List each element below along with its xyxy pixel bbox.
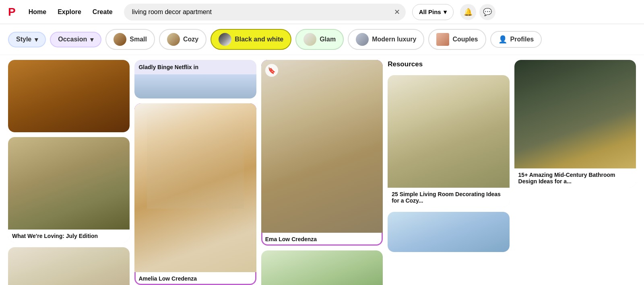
pin-label-amelia: Amelia Low Credenza [134, 272, 256, 285]
pins-grid: What We're Loving: July Edition Gladly B… [0, 55, 644, 285]
filter-occasion-label: Occasion [58, 36, 87, 43]
filter-profiles[interactable]: 👤 Profiles [490, 31, 542, 48]
pin-label: What We're Loving: July Edition [8, 230, 130, 242]
nav-home[interactable]: Home [24, 5, 51, 19]
message-icon: 💬 [483, 8, 492, 16]
pin-label-mid-century: 15+ Amazing Mid-Century Bathroom Design … [514, 168, 636, 188]
pin-card[interactable] [8, 247, 130, 285]
filter-cozy-thumbnail [167, 33, 180, 46]
filter-glam-thumbnail [303, 33, 316, 46]
filter-occasion[interactable]: Occasion ▾ [50, 32, 101, 47]
filter-couples-thumbnail [436, 33, 449, 46]
filter-occasion-chevron-icon: ▾ [90, 36, 93, 43]
filter-style-chevron-icon: ▾ [35, 36, 38, 43]
filter-cozy-label: Cozy [183, 36, 198, 43]
all-pins-label: All Pins [419, 8, 441, 15]
pin-bookmark-icon[interactable]: 🔖 [265, 64, 278, 77]
header-icons: 🔔 💬 [460, 4, 495, 20]
pin-card[interactable] [8, 60, 130, 132]
notification-icon: 🔔 [464, 8, 473, 16]
filter-glam[interactable]: Glam [295, 29, 344, 50]
pin-card[interactable]: What We're Loving: July Edition [8, 137, 130, 242]
filter-couples[interactable]: Couples [428, 29, 486, 50]
pin-card-mid-century[interactable]: 15+ Amazing Mid-Century Bathroom Design … [514, 60, 636, 188]
pin-card-amelia[interactable]: Amelia Low Credenza [134, 103, 256, 285]
pin-card-full-list-img[interactable] [261, 250, 383, 285]
filter-small-label: Small [130, 36, 147, 43]
profiles-person-icon: 👤 [498, 35, 507, 44]
filter-style-label: Style [16, 36, 31, 43]
message-button[interactable]: 💬 [479, 4, 495, 20]
pinterest-logo: P [8, 6, 16, 18]
pin-label-25-simple: 25 Simple Living Room Decorating Ideas f… [388, 188, 509, 207]
pin-card[interactable]: Gladly Binge Netflix in [134, 60, 256, 98]
filter-bar: Style ▾ Occasion ▾ Small Cozy Black and … [0, 24, 644, 55]
search-bar: ✕ [124, 4, 406, 21]
search-clear-button[interactable]: ✕ [394, 8, 400, 16]
main-nav: Home Explore Create [24, 5, 118, 19]
header: P Home Explore Create ✕ All Pins ▾ 🔔 💬 [0, 0, 644, 24]
pin-card-top5[interactable] [388, 212, 509, 252]
all-pins-chevron-icon: ▾ [444, 8, 447, 16]
filter-small-thumbnail [114, 33, 126, 46]
nav-create[interactable]: Create [88, 5, 118, 19]
filter-glam-label: Glam [320, 36, 336, 43]
pin-top-label: Gladly Binge Netflix in [134, 60, 256, 74]
all-pins-dropdown[interactable]: All Pins ▾ [412, 4, 454, 20]
filter-small[interactable]: Small [105, 29, 155, 50]
notification-button[interactable]: 🔔 [460, 4, 476, 20]
filter-couples-label: Couples [452, 36, 478, 43]
filter-modern-thumbnail [356, 33, 369, 46]
filter-bw-label: Black and white [235, 36, 283, 43]
nav-explore[interactable]: Explore [53, 5, 86, 19]
filter-modern-luxury[interactable]: Modern luxury [348, 29, 424, 50]
filter-cozy[interactable]: Cozy [159, 29, 206, 50]
filter-bw-thumbnail [219, 33, 231, 46]
filter-black-and-white[interactable]: Black and white [211, 29, 291, 50]
pin-card-25-simple[interactable]: 25 Simple Living Room Decorating Ideas f… [388, 75, 509, 207]
filter-profiles-label: Profiles [510, 36, 534, 43]
search-input[interactable] [124, 4, 406, 21]
pin-label-ema: Ema Low Credenza [261, 233, 383, 246]
pin-card-ema[interactable]: 🔖 Ema Low Credenza [261, 60, 383, 246]
filter-style[interactable]: Style ▾ [8, 32, 46, 47]
filter-modern-label: Modern luxury [372, 36, 416, 43]
